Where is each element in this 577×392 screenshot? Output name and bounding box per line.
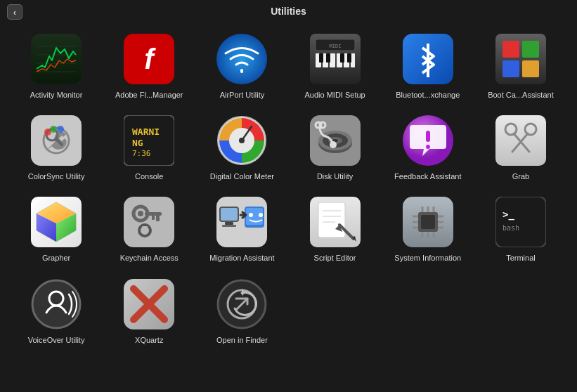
app-migration[interactable]: Migration Assistant [195, 187, 288, 268]
svg-rect-16 [326, 53, 330, 63]
svg-rect-58 [426, 145, 430, 149]
svg-text:7:36: 7:36 [132, 149, 151, 158]
svg-rect-73 [156, 216, 160, 221]
keychain-label: Keychain Access [120, 254, 179, 263]
app-open-finder[interactable]: Open in Finder [195, 269, 288, 351]
app-grid: Activity Monitor f Adobe Fl...Manager [0, 21, 577, 358]
svg-rect-72 [145, 212, 162, 216]
app-audio-midi[interactable]: MIDI Audio MIDI Setup [289, 24, 382, 105]
feedback-icon-wrap [400, 112, 456, 169]
adobe-flash-label: Adobe Fl...Manager [115, 91, 183, 100]
app-terminal[interactable]: >_ bash Terminal [474, 187, 567, 268]
svg-point-85 [259, 213, 263, 217]
bluetooth-icon-wrap [400, 31, 456, 87]
airport-label: AirPort Utility [220, 91, 265, 100]
window-title: Utilities [271, 6, 306, 17]
svg-rect-79 [221, 208, 238, 221]
svg-rect-17 [340, 53, 344, 63]
disk-utility-icon-wrap [307, 112, 363, 169]
colorsync-icon [31, 115, 82, 166]
audio-midi-label: Audio MIDI Setup [304, 91, 365, 100]
svg-rect-69 [124, 197, 174, 247]
app-grapher[interactable]: Grapher [10, 187, 103, 268]
app-script-editor[interactable]: Script Editor [289, 187, 382, 268]
svg-rect-87 [318, 202, 345, 237]
voiceover-label: VoiceOver Utility [28, 336, 85, 345]
terminal-icon: >_ bash [495, 197, 546, 247]
app-xquartz[interactable]: XQuartz [103, 269, 195, 351]
svg-text:MIDI: MIDI [329, 44, 341, 49]
app-console[interactable]: WARNI NG 7:36 Console [103, 105, 195, 187]
title-bar: ‹ Utilities [0, 0, 577, 21]
app-feedback[interactable]: Feedback Assistant [382, 105, 474, 187]
app-system-info[interactable]: System Information [382, 187, 474, 268]
colorsync-icon-wrap [28, 112, 84, 169]
svg-rect-28 [503, 60, 519, 77]
svg-point-55 [330, 141, 337, 148]
svg-rect-109 [495, 197, 546, 247]
keychain-icon [124, 197, 174, 247]
app-airport[interactable]: AirPort Utility [195, 24, 288, 105]
svg-rect-80 [225, 222, 233, 225]
terminal-label: Terminal [506, 254, 536, 263]
system-info-label: System Information [394, 254, 461, 263]
grapher-label: Grapher [42, 254, 70, 263]
svg-rect-96 [421, 215, 435, 229]
svg-text:NG: NG [132, 138, 143, 148]
boot-camp-icon-wrap [493, 31, 549, 87]
svg-point-35 [50, 126, 57, 133]
app-digital-color[interactable]: Digital Color Meter [195, 105, 288, 187]
svg-rect-27 [522, 41, 539, 58]
script-editor-label: Script Editor [314, 254, 356, 263]
open-finder-icon [216, 279, 267, 329]
script-editor-icon [310, 197, 361, 247]
app-voiceover[interactable]: VoiceOver Utility [10, 269, 103, 351]
airport-icon [216, 34, 267, 84]
svg-text:>_: >_ [503, 209, 514, 221]
console-label: Console [135, 172, 163, 181]
feedback-label: Feedback Assistant [394, 172, 461, 181]
back-button[interactable]: ‹ [7, 4, 22, 20]
adobe-flash-icon: f [124, 34, 174, 84]
app-activity-monitor[interactable]: Activity Monitor [10, 24, 103, 105]
app-bluetooth[interactable]: Bluetoot...xchange [382, 24, 474, 105]
grab-icon [495, 115, 546, 166]
svg-rect-11 [330, 53, 335, 67]
svg-point-112 [32, 280, 80, 328]
open-finder-label: Open in Finder [216, 336, 268, 345]
activity-monitor-label: Activity Monitor [30, 91, 83, 100]
app-grab[interactable]: Grab [474, 105, 567, 187]
digital-color-icon-wrap [214, 112, 270, 169]
system-info-icon [403, 197, 453, 247]
svg-rect-57 [426, 131, 430, 142]
terminal-icon-wrap: >_ bash [493, 194, 549, 250]
svg-point-7 [216, 34, 267, 84]
audio-midi-icon: MIDI [310, 34, 361, 84]
svg-text:WARNI: WARNI [132, 126, 160, 137]
migration-icon [216, 197, 267, 247]
digital-color-icon [216, 115, 267, 166]
svg-rect-76 [142, 226, 148, 229]
audio-midi-icon-wrap: MIDI [307, 31, 363, 87]
migration-label: Migration Assistant [209, 254, 274, 263]
xquartz-icon [124, 279, 174, 329]
svg-rect-74 [152, 216, 155, 220]
bluetooth-icon [403, 34, 453, 84]
app-disk-utility[interactable]: Disk Utility [289, 105, 382, 187]
grapher-icon-wrap [28, 194, 84, 250]
app-boot-camp[interactable]: Boot Ca...Assistant [474, 24, 567, 105]
activity-monitor-icon [31, 34, 82, 84]
app-keychain[interactable]: Keychain Access [103, 187, 195, 268]
svg-point-71 [138, 211, 143, 216]
app-colorsync[interactable]: ColorSync Utility [10, 105, 103, 187]
app-adobe-flash[interactable]: f Adobe Fl...Manager [103, 24, 195, 105]
adobe-flash-icon-wrap: f [121, 31, 177, 87]
svg-point-84 [249, 213, 253, 217]
colorsync-label: ColorSync Utility [28, 172, 85, 181]
svg-point-45 [239, 138, 245, 143]
digital-color-label: Digital Color Meter [210, 172, 274, 181]
svg-rect-0 [31, 34, 82, 84]
svg-point-36 [57, 126, 64, 133]
disk-utility-icon [310, 115, 361, 166]
grapher-icon [31, 197, 82, 247]
